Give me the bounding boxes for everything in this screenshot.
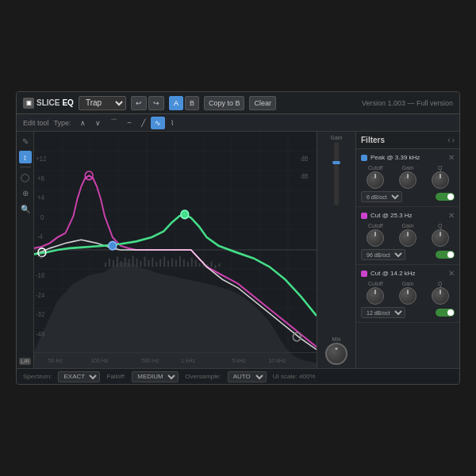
filter-0-db-select[interactable]: 6 dB/oct [361, 191, 402, 202]
filter-1-db-select[interactable]: 96 dB/oct [361, 249, 405, 260]
gain-label: Gain [331, 135, 343, 140]
svg-rect-13 [136, 259, 138, 267]
tool-btn-5[interactable]: ∿ [151, 117, 165, 129]
tool-btn-6[interactable]: ⌇ [167, 117, 178, 129]
tool-btn-2[interactable]: ⌒ [106, 117, 121, 129]
filter-2-name: Cut @ 14.2 kHz [370, 270, 448, 277]
ab-group: A B [169, 96, 199, 110]
filter-2-q: Q [432, 281, 449, 305]
filter-1-cutoff-label: Cutoff [368, 223, 383, 228]
filters-nav-right[interactable]: › [452, 136, 455, 144]
svg-text:dB: dB [301, 172, 309, 179]
gain-slider[interactable] [334, 142, 339, 205]
svg-rect-8 [117, 257, 118, 267]
svg-rect-17 [152, 258, 153, 267]
spectrum-select[interactable]: EXACT [58, 371, 100, 382]
svg-rect-11 [129, 259, 130, 267]
undo-button[interactable]: ↩ [131, 96, 147, 110]
spectrum-label: Spectrum: [23, 373, 52, 380]
filters-nav-left[interactable]: ‹ [447, 136, 450, 144]
mix-label: Mix [332, 336, 341, 342]
svg-text:-24: -24 [36, 291, 45, 298]
tool-buttons: ∧ ∨ ⌒ ⌢ ╱ ∿ ⌇ [76, 117, 178, 129]
circle-icon[interactable]: ◯ [19, 171, 32, 183]
pencil-icon[interactable]: ✎ [19, 135, 32, 148]
plus-icon[interactable]: ⊕ [19, 186, 32, 199]
filter-0-toggle[interactable] [436, 193, 455, 201]
zoom-icon[interactable]: 🔍 [19, 202, 32, 215]
filter-1-toggle[interactable] [436, 251, 455, 259]
redo-button[interactable]: ↪ [148, 96, 164, 110]
svg-text:-4: -4 [37, 233, 43, 240]
filters-header: Filters ‹ › [356, 132, 459, 149]
filter-2-gain-knob[interactable] [399, 287, 416, 305]
filter-2-gain: Gain [399, 281, 416, 305]
svg-rect-14 [140, 261, 142, 267]
svg-rect-34 [218, 263, 220, 267]
falloff-select[interactable]: MEDIUM [132, 371, 178, 382]
bottom-bar: Spectrum: EXACT Falloff: MEDIUM Oversamp… [17, 368, 459, 384]
preset-select[interactable]: Trap [79, 96, 126, 110]
filter-0-q-knob[interactable] [432, 171, 449, 189]
clear-button[interactable]: Clear [249, 96, 276, 110]
filter-1-close[interactable]: ✕ [448, 211, 455, 220]
filter-1-color [361, 213, 367, 219]
svg-text:+8: +8 [37, 175, 44, 182]
filter-1-header: Cut @ 25.3 Hz ✕ [361, 211, 455, 220]
filter-2-db-select[interactable]: 12 dB/oct [361, 307, 405, 318]
freq-label-50hz: 50 Hz [48, 358, 63, 363]
svg-rect-26 [187, 262, 189, 267]
svg-rect-32 [211, 262, 213, 267]
type-label: Type: [54, 119, 71, 127]
oversample-select[interactable]: AUTO [228, 371, 267, 382]
filter-0-gain-label: Gain [402, 165, 414, 171]
eq-display[interactable]: +12 +8 +4 0 -4 -8 -16 -24 -32 -48 dB dB … [34, 132, 317, 368]
tool-btn-1[interactable]: ∨ [91, 117, 105, 129]
filter-0-gain-knob[interactable] [399, 171, 416, 189]
tool-btn-0[interactable]: ∧ [76, 117, 90, 129]
freq-label-1khz: 1 kHz [181, 358, 195, 363]
filter-1-q-knob[interactable] [432, 229, 449, 247]
svg-rect-21 [167, 261, 169, 267]
filter-2-toggle[interactable] [436, 309, 455, 317]
copy-to-b-button[interactable]: Copy to B [204, 96, 245, 110]
svg-rect-15 [144, 257, 145, 267]
svg-rect-29 [199, 263, 201, 267]
svg-text:-32: -32 [36, 311, 45, 318]
svg-text:-16: -16 [36, 272, 45, 279]
lr-badge[interactable]: L/R [19, 358, 31, 365]
filter-1-q-label: Q [438, 223, 442, 228]
filter-0-cutoff-knob[interactable] [367, 171, 384, 189]
tool-btn-3[interactable]: ⌢ [123, 117, 136, 129]
gain-mix-section: Gain Mix [317, 132, 356, 368]
filter-2-q-knob[interactable] [432, 287, 449, 305]
filter-0-q: Q [432, 165, 449, 189]
b-button[interactable]: B [185, 96, 199, 110]
svg-rect-24 [179, 255, 181, 267]
filter-item-0: Peak @ 3.39 kHz ✕ Cutoff Gain Q [356, 149, 459, 207]
filter-1-gain-label: Gain [402, 223, 414, 228]
filter-2-cutoff: Cutoff [367, 281, 384, 305]
filter-0-cutoff: Cutoff [367, 165, 384, 189]
filter-2-cutoff-knob[interactable] [367, 287, 384, 305]
svg-text:-8: -8 [37, 252, 43, 259]
logo-icon: ▣ [23, 98, 34, 109]
filter-1-cutoff: Cutoff [367, 223, 384, 247]
mix-knob-dot [336, 347, 338, 350]
filter-0-close[interactable]: ✕ [448, 153, 455, 162]
tool-btn-4[interactable]: ╱ [137, 117, 149, 129]
filter-0-q-label: Q [438, 165, 442, 171]
filters-panel: Filters ‹ › Peak @ 3.39 kHz ✕ Cutoff [356, 132, 459, 368]
svg-rect-25 [183, 259, 185, 267]
logo: ▣ SLICE EQ [23, 98, 74, 109]
mix-knob[interactable] [325, 343, 347, 365]
filter-1-cutoff-knob[interactable] [367, 229, 384, 247]
left-sidebar: ✎ ↕ ◯ ⊕ 🔍 L/R [17, 132, 34, 368]
filter-0-knobs: Cutoff Gain Q [361, 165, 455, 189]
filter-0-footer: 6 dB/oct [361, 191, 455, 202]
filter-2-close[interactable]: ✕ [448, 269, 455, 278]
filter-1-gain-knob[interactable] [399, 229, 416, 247]
svg-rect-9 [121, 261, 122, 267]
move-icon[interactable]: ↕ [19, 151, 32, 163]
a-button[interactable]: A [169, 96, 183, 110]
